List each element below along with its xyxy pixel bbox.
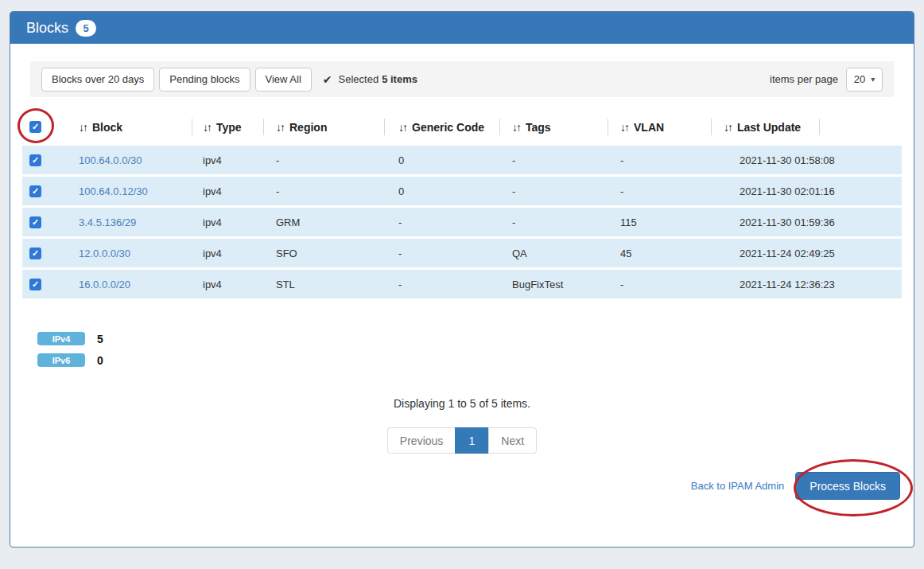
vlan-cell: - bbox=[608, 279, 711, 290]
select-all-checkbox[interactable]: ✓ bbox=[29, 121, 41, 133]
region-cell: STL bbox=[263, 279, 384, 290]
blocks-table: ✓ ↓↑ Block ↓↑ Type ↓↑ Region ↓↑ Generic … bbox=[22, 108, 902, 298]
selected-items-status: ✔ Selected 5 items bbox=[323, 73, 417, 86]
page-1-button[interactable]: 1 bbox=[455, 427, 488, 454]
tags-cell: QA bbox=[499, 247, 608, 259]
sort-icon[interactable]: ↓↑ bbox=[620, 121, 628, 134]
items-per-page-label: items per page bbox=[770, 73, 838, 85]
generic-code-cell: - bbox=[384, 279, 499, 290]
selected-count: 5 items bbox=[382, 73, 417, 85]
row-checkbox[interactable]: ✓ bbox=[29, 154, 41, 166]
row-checkbox[interactable]: ✓ bbox=[29, 279, 41, 290]
tags-cell: - bbox=[499, 154, 608, 166]
type-cell: ipv4 bbox=[192, 185, 263, 197]
table-header-row: ✓ ↓↑ Block ↓↑ Type ↓↑ Region ↓↑ Generic … bbox=[22, 108, 902, 146]
table-row: ✓ 100.64.0.0/30 ipv4 - 0 - - 2021-11-30 … bbox=[22, 146, 902, 174]
generic-code-cell: 0 bbox=[384, 185, 499, 197]
region-cell: - bbox=[263, 154, 384, 166]
type-cell: ipv4 bbox=[192, 279, 263, 290]
type-cell: ipv4 bbox=[192, 216, 263, 228]
last-update-cell: 2021-11-24 12:36:23 bbox=[711, 279, 852, 290]
table-row: ✓ 3.4.5.136/29 ipv4 GRM - - 115 2021-11-… bbox=[22, 208, 902, 236]
vlan-cell: 115 bbox=[608, 216, 711, 228]
tags-cell: BugFixTest bbox=[499, 279, 608, 290]
blocks-panel: Blocks 5 Blocks over 20 days Pending blo… bbox=[10, 11, 914, 548]
items-per-page-select[interactable]: 20 ▾ bbox=[846, 68, 883, 92]
row-checkbox[interactable]: ✓ bbox=[29, 216, 41, 228]
column-header-last-update[interactable]: ↓↑ Last Update bbox=[711, 108, 852, 146]
block-link[interactable]: 12.0.0.0/30 bbox=[79, 247, 130, 259]
blocks-over-20-days-button[interactable]: Blocks over 20 days bbox=[41, 68, 154, 92]
last-update-cell: 2021-11-30 01:59:36 bbox=[711, 216, 852, 228]
block-link[interactable]: 3.4.5.136/29 bbox=[79, 216, 136, 228]
ipv4-badge: IPv4 bbox=[37, 332, 85, 345]
sort-icon[interactable]: ↓↑ bbox=[203, 121, 211, 134]
region-cell: GRM bbox=[263, 216, 384, 228]
sort-icon[interactable]: ↓↑ bbox=[276, 121, 284, 134]
table-row: ✓ 100.64.0.12/30 ipv4 - 0 - - 2021-11-30… bbox=[22, 177, 902, 205]
block-link[interactable]: 16.0.0.0/20 bbox=[79, 279, 130, 290]
pending-blocks-button[interactable]: Pending blocks bbox=[159, 68, 250, 92]
blocks-count-badge: 5 bbox=[76, 20, 96, 37]
sort-icon[interactable]: ↓↑ bbox=[79, 121, 87, 134]
column-header-region[interactable]: ↓↑ Region bbox=[263, 108, 384, 146]
items-per-page-value: 20 bbox=[854, 73, 865, 85]
vlan-cell: - bbox=[608, 185, 711, 197]
pagination: Previous 1 Next bbox=[10, 427, 914, 454]
region-cell: - bbox=[263, 185, 384, 197]
sort-icon[interactable]: ↓↑ bbox=[398, 121, 406, 134]
vlan-cell: - bbox=[608, 154, 711, 166]
page-title: Blocks bbox=[26, 20, 68, 37]
ipv4-count: 5 bbox=[97, 333, 103, 345]
vlan-cell: 45 bbox=[608, 247, 711, 259]
selected-label: Selected bbox=[339, 73, 379, 85]
tags-cell: - bbox=[499, 185, 608, 197]
type-cell: ipv4 bbox=[192, 247, 263, 259]
column-header-generic-code[interactable]: ↓↑ Generic Code bbox=[384, 108, 499, 146]
column-header-type[interactable]: ↓↑ Type bbox=[192, 108, 263, 146]
ipv6-badge: IPv6 bbox=[37, 353, 85, 367]
sort-icon[interactable]: ↓↑ bbox=[512, 121, 520, 134]
type-cell: ipv4 bbox=[192, 154, 263, 166]
toolbar: Blocks over 20 days Pending blocks View … bbox=[30, 61, 894, 97]
previous-page-button[interactable]: Previous bbox=[387, 427, 455, 454]
row-checkbox[interactable]: ✓ bbox=[29, 247, 41, 259]
process-blocks-button[interactable]: Process Blocks bbox=[795, 472, 900, 500]
region-cell: SFO bbox=[263, 247, 384, 259]
view-all-button[interactable]: View All bbox=[255, 68, 312, 92]
generic-code-cell: 0 bbox=[384, 154, 499, 166]
check-icon: ✔ bbox=[323, 73, 332, 86]
last-update-cell: 2021-11-24 02:49:25 bbox=[711, 247, 852, 259]
last-update-cell: 2021-11-30 01:58:08 bbox=[711, 154, 852, 166]
displaying-items-text: Displaying 1 to 5 of 5 items. bbox=[10, 397, 914, 410]
table-row: ✓ 12.0.0.0/30 ipv4 SFO - QA 45 2021-11-2… bbox=[22, 239, 902, 267]
block-link[interactable]: 100.64.0.0/30 bbox=[79, 154, 142, 166]
ip-type-summary: IPv4 5 IPv6 0 bbox=[37, 332, 914, 367]
column-header-tags[interactable]: ↓↑ Tags bbox=[499, 108, 608, 146]
ipv6-count: 0 bbox=[97, 354, 103, 367]
panel-footer: Back to IPAM Admin Process Blocks bbox=[10, 472, 914, 500]
table-row: ✓ 16.0.0.0/20 ipv4 STL - BugFixTest - 20… bbox=[22, 270, 902, 298]
last-update-cell: 2021-11-30 02:01:16 bbox=[711, 185, 852, 197]
sort-icon[interactable]: ↓↑ bbox=[724, 121, 732, 134]
row-checkbox[interactable]: ✓ bbox=[29, 185, 41, 197]
next-page-button[interactable]: Next bbox=[488, 427, 537, 454]
chevron-down-icon: ▾ bbox=[871, 75, 875, 84]
column-header-vlan[interactable]: ↓↑ VLAN bbox=[608, 108, 711, 146]
back-to-ipam-admin-link[interactable]: Back to IPAM Admin bbox=[691, 480, 785, 492]
generic-code-cell: - bbox=[384, 247, 499, 259]
tags-cell: - bbox=[499, 216, 608, 228]
column-header-block[interactable]: ↓↑ Block bbox=[72, 108, 192, 146]
panel-header: Blocks 5 bbox=[10, 12, 914, 44]
block-link[interactable]: 100.64.0.12/30 bbox=[79, 185, 148, 197]
generic-code-cell: - bbox=[384, 216, 499, 228]
